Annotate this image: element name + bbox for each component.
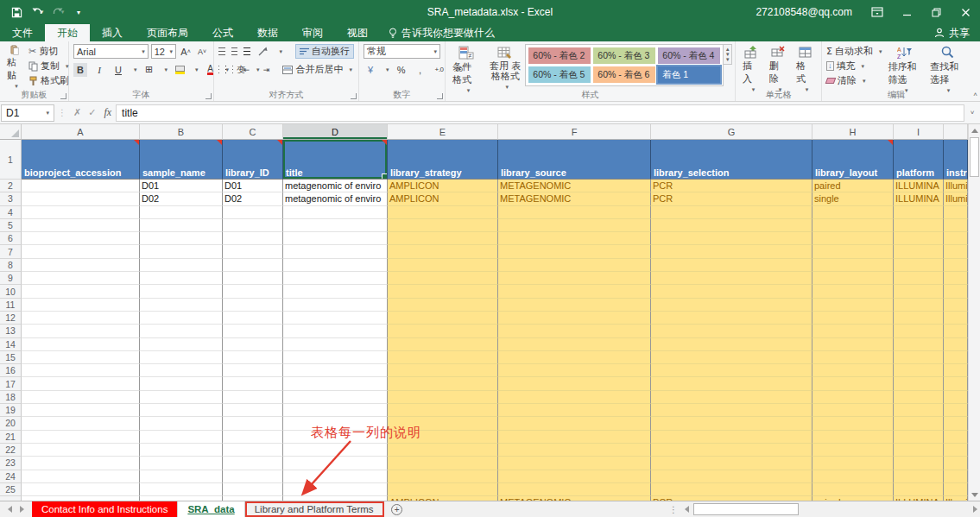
cell-A15[interactable] xyxy=(22,351,140,364)
cell-B18[interactable] xyxy=(140,391,223,404)
cell-I25[interactable] xyxy=(894,483,944,496)
cell-C12[interactable] xyxy=(223,312,283,325)
cell-F23[interactable] xyxy=(498,457,651,470)
cell-F20[interactable] xyxy=(498,417,651,430)
cell-D14[interactable] xyxy=(283,338,388,351)
cell-style-swatch[interactable]: 60% - 着色 3 xyxy=(593,47,655,64)
cell-I6[interactable] xyxy=(894,232,944,245)
cell-E6[interactable] xyxy=(388,232,498,245)
cell-J8[interactable] xyxy=(944,259,968,272)
borders-dropdown-icon[interactable]: ▾ xyxy=(165,66,168,73)
cell-C18[interactable] xyxy=(223,391,283,404)
cell-F11[interactable] xyxy=(498,299,651,312)
ribbon-display-options-button[interactable] xyxy=(863,0,892,24)
cell-J21[interactable] xyxy=(944,431,968,444)
autosum-dropdown-icon[interactable]: ▾ xyxy=(879,48,882,55)
cell-H13[interactable] xyxy=(812,325,894,337)
cell-H14[interactable] xyxy=(812,338,894,351)
cell-E25[interactable] xyxy=(388,483,498,496)
vertical-scroll-thumb[interactable] xyxy=(970,137,979,177)
number-format-combo[interactable]: 常规▾ xyxy=(364,44,440,59)
cell-J12[interactable] xyxy=(944,312,968,325)
cell-A21[interactable] xyxy=(22,431,140,444)
cell-F16[interactable] xyxy=(498,364,651,377)
cell-A17[interactable] xyxy=(22,377,140,390)
cell-J18[interactable] xyxy=(944,391,968,404)
save-button[interactable] xyxy=(7,3,26,22)
cell-H12[interactable] xyxy=(812,312,894,325)
cell-B2[interactable]: D01 xyxy=(140,180,223,192)
cell-G16[interactable] xyxy=(651,364,812,377)
next-sheet-icon[interactable] xyxy=(20,506,24,513)
cell-E1[interactable]: library_strategy xyxy=(388,140,498,180)
cell-I24[interactable] xyxy=(894,470,944,483)
cell-H9[interactable] xyxy=(812,272,894,285)
share-button[interactable]: 共享 xyxy=(924,24,980,41)
cell-E12[interactable] xyxy=(388,312,498,325)
cell-G23[interactable] xyxy=(651,457,812,470)
row-header-8[interactable]: 8 xyxy=(0,259,22,272)
cell-G22[interactable] xyxy=(651,444,812,457)
column-header-F[interactable]: F xyxy=(498,124,651,140)
cell-H4[interactable] xyxy=(812,206,894,219)
cell-B10[interactable] xyxy=(140,285,223,298)
cell-A20[interactable] xyxy=(22,417,140,430)
orientation-dropdown-icon[interactable]: ▾ xyxy=(280,48,283,55)
horizontal-scroll-thumb[interactable] xyxy=(693,503,799,515)
cell-F2[interactable]: METAGENOMIC xyxy=(498,180,651,192)
cell-E15[interactable] xyxy=(388,351,498,364)
fill-button[interactable]: ↓填充▾ xyxy=(825,59,883,73)
cell-I17[interactable] xyxy=(894,377,944,390)
merge-center-button[interactable]: 合并后居中▾ xyxy=(281,62,354,77)
cell-C22[interactable] xyxy=(223,444,283,457)
cell-J3[interactable]: Illumi xyxy=(944,192,968,205)
cell-H10[interactable] xyxy=(812,285,894,298)
cell-I1[interactable]: platform xyxy=(894,140,944,180)
redo-dropdown-icon[interactable]: ▾ xyxy=(61,9,65,16)
cell-F10[interactable] xyxy=(498,285,651,298)
cell-H6[interactable] xyxy=(812,232,894,245)
undo-dropdown-icon[interactable]: ▾ xyxy=(41,9,44,16)
fill-color-dropdown-icon[interactable]: ▾ xyxy=(195,66,199,73)
cell-J9[interactable] xyxy=(944,272,968,285)
column-header-I[interactable]: I xyxy=(894,124,944,140)
cell-D1[interactable]: title xyxy=(283,140,388,180)
cell-D22[interactable] xyxy=(283,444,388,457)
cell-E24[interactable] xyxy=(388,470,498,483)
row-header-16[interactable]: 16 xyxy=(0,364,22,377)
clear-button[interactable]: 清除▾ xyxy=(825,73,883,88)
cell-E16[interactable] xyxy=(388,364,498,377)
cell-I23[interactable] xyxy=(894,457,944,470)
column-header-G[interactable]: G xyxy=(651,124,812,140)
cell-B9[interactable] xyxy=(140,272,223,285)
cell-B3[interactable]: D02 xyxy=(140,192,223,205)
cell-J13[interactable] xyxy=(944,325,968,337)
row-header-24[interactable]: 24 xyxy=(0,470,22,483)
cell-E11[interactable] xyxy=(388,299,498,312)
cell-F5[interactable] xyxy=(498,219,651,232)
row-header-21[interactable]: 21 xyxy=(0,431,22,444)
cell-A6[interactable] xyxy=(22,232,140,245)
cell-B21[interactable] xyxy=(140,431,223,444)
cell-A5[interactable] xyxy=(22,219,140,232)
expand-formula-bar-icon[interactable]: ˅ xyxy=(964,109,980,117)
cell-H18[interactable] xyxy=(812,391,894,404)
cell-H22[interactable] xyxy=(812,444,894,457)
cell-F19[interactable] xyxy=(498,404,651,417)
row-header-2[interactable]: 2 xyxy=(0,180,22,192)
comma-style-button[interactable]: , xyxy=(414,63,427,77)
cell-C13[interactable] xyxy=(223,325,283,337)
cell-I12[interactable] xyxy=(894,312,944,325)
cell-G11[interactable] xyxy=(651,299,812,312)
cell-A1[interactable]: bioproject_accession xyxy=(22,140,140,180)
cell-G19[interactable] xyxy=(651,404,812,417)
cell-style-swatch[interactable]: 60% - 着色 6 xyxy=(593,66,655,83)
cell-A7[interactable] xyxy=(22,245,140,258)
tab-splitter-dots[interactable]: ⋮ xyxy=(666,501,681,517)
cell-C7[interactable] xyxy=(223,245,283,258)
cell-G21[interactable] xyxy=(651,431,812,444)
cell-C16[interactable] xyxy=(223,364,283,377)
cell-H23[interactable] xyxy=(812,457,894,470)
customize-qat-button[interactable]: ▾ xyxy=(69,3,88,22)
cell-B4[interactable] xyxy=(140,206,223,219)
